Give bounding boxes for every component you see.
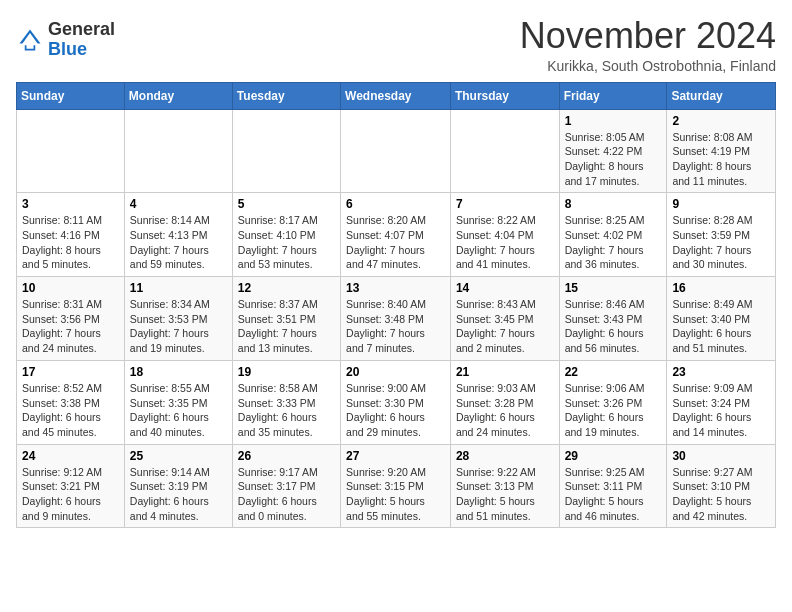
- day-info: Sunrise: 8:34 AMSunset: 3:53 PMDaylight:…: [130, 297, 227, 356]
- day-info: Sunrise: 8:58 AMSunset: 3:33 PMDaylight:…: [238, 381, 335, 440]
- day-info: Sunrise: 9:17 AMSunset: 3:17 PMDaylight:…: [238, 465, 335, 524]
- day-info: Sunrise: 8:17 AMSunset: 4:10 PMDaylight:…: [238, 213, 335, 272]
- day-number: 23: [672, 365, 770, 379]
- calendar-cell: [232, 109, 340, 193]
- day-number: 6: [346, 197, 445, 211]
- day-number: 11: [130, 281, 227, 295]
- day-number: 27: [346, 449, 445, 463]
- month-year-title: November 2024: [520, 16, 776, 56]
- calendar-cell: 6Sunrise: 8:20 AMSunset: 4:07 PMDaylight…: [341, 193, 451, 277]
- day-number: 5: [238, 197, 335, 211]
- calendar-cell: 16Sunrise: 8:49 AMSunset: 3:40 PMDayligh…: [667, 277, 776, 361]
- day-info: Sunrise: 8:52 AMSunset: 3:38 PMDaylight:…: [22, 381, 119, 440]
- day-number: 29: [565, 449, 662, 463]
- day-number: 4: [130, 197, 227, 211]
- calendar-cell: 21Sunrise: 9:03 AMSunset: 3:28 PMDayligh…: [450, 360, 559, 444]
- day-number: 7: [456, 197, 554, 211]
- day-info: Sunrise: 9:03 AMSunset: 3:28 PMDaylight:…: [456, 381, 554, 440]
- header-saturday: Saturday: [667, 82, 776, 109]
- calendar-cell: 30Sunrise: 9:27 AMSunset: 3:10 PMDayligh…: [667, 444, 776, 528]
- calendar-cell: 7Sunrise: 8:22 AMSunset: 4:04 PMDaylight…: [450, 193, 559, 277]
- day-number: 20: [346, 365, 445, 379]
- calendar-cell: 13Sunrise: 8:40 AMSunset: 3:48 PMDayligh…: [341, 277, 451, 361]
- day-number: 16: [672, 281, 770, 295]
- calendar-cell: 29Sunrise: 9:25 AMSunset: 3:11 PMDayligh…: [559, 444, 667, 528]
- calendar-cell: 3Sunrise: 8:11 AMSunset: 4:16 PMDaylight…: [17, 193, 125, 277]
- days-of-week-row: SundayMondayTuesdayWednesdayThursdayFrid…: [17, 82, 776, 109]
- calendar-cell: 12Sunrise: 8:37 AMSunset: 3:51 PMDayligh…: [232, 277, 340, 361]
- day-number: 30: [672, 449, 770, 463]
- day-info: Sunrise: 8:31 AMSunset: 3:56 PMDaylight:…: [22, 297, 119, 356]
- day-number: 13: [346, 281, 445, 295]
- title-area: November 2024 Kurikka, South Ostrobothni…: [520, 16, 776, 74]
- calendar-cell: [341, 109, 451, 193]
- day-info: Sunrise: 8:55 AMSunset: 3:35 PMDaylight:…: [130, 381, 227, 440]
- header-wednesday: Wednesday: [341, 82, 451, 109]
- day-info: Sunrise: 9:27 AMSunset: 3:10 PMDaylight:…: [672, 465, 770, 524]
- day-info: Sunrise: 9:00 AMSunset: 3:30 PMDaylight:…: [346, 381, 445, 440]
- logo: General Blue: [16, 20, 115, 60]
- calendar-cell: 14Sunrise: 8:43 AMSunset: 3:45 PMDayligh…: [450, 277, 559, 361]
- day-info: Sunrise: 8:25 AMSunset: 4:02 PMDaylight:…: [565, 213, 662, 272]
- day-number: 26: [238, 449, 335, 463]
- day-info: Sunrise: 8:05 AMSunset: 4:22 PMDaylight:…: [565, 130, 662, 189]
- week-row-4: 17Sunrise: 8:52 AMSunset: 3:38 PMDayligh…: [17, 360, 776, 444]
- day-number: 3: [22, 197, 119, 211]
- calendar-cell: 8Sunrise: 8:25 AMSunset: 4:02 PMDaylight…: [559, 193, 667, 277]
- calendar-cell: 15Sunrise: 8:46 AMSunset: 3:43 PMDayligh…: [559, 277, 667, 361]
- header-friday: Friday: [559, 82, 667, 109]
- day-info: Sunrise: 9:12 AMSunset: 3:21 PMDaylight:…: [22, 465, 119, 524]
- day-info: Sunrise: 8:20 AMSunset: 4:07 PMDaylight:…: [346, 213, 445, 272]
- day-number: 14: [456, 281, 554, 295]
- calendar-cell: 2Sunrise: 8:08 AMSunset: 4:19 PMDaylight…: [667, 109, 776, 193]
- calendar-cell: 17Sunrise: 8:52 AMSunset: 3:38 PMDayligh…: [17, 360, 125, 444]
- day-info: Sunrise: 9:20 AMSunset: 3:15 PMDaylight:…: [346, 465, 445, 524]
- day-number: 8: [565, 197, 662, 211]
- calendar-cell: 28Sunrise: 9:22 AMSunset: 3:13 PMDayligh…: [450, 444, 559, 528]
- day-number: 21: [456, 365, 554, 379]
- header-tuesday: Tuesday: [232, 82, 340, 109]
- calendar-cell: 26Sunrise: 9:17 AMSunset: 3:17 PMDayligh…: [232, 444, 340, 528]
- header: General Blue November 2024 Kurikka, Sout…: [16, 16, 776, 74]
- location-subtitle: Kurikka, South Ostrobothnia, Finland: [520, 58, 776, 74]
- day-number: 22: [565, 365, 662, 379]
- day-number: 9: [672, 197, 770, 211]
- calendar-cell: 10Sunrise: 8:31 AMSunset: 3:56 PMDayligh…: [17, 277, 125, 361]
- calendar-cell: 25Sunrise: 9:14 AMSunset: 3:19 PMDayligh…: [124, 444, 232, 528]
- week-row-1: 1Sunrise: 8:05 AMSunset: 4:22 PMDaylight…: [17, 109, 776, 193]
- calendar-cell: 19Sunrise: 8:58 AMSunset: 3:33 PMDayligh…: [232, 360, 340, 444]
- calendar-cell: [124, 109, 232, 193]
- calendar-cell: 20Sunrise: 9:00 AMSunset: 3:30 PMDayligh…: [341, 360, 451, 444]
- calendar-cell: 11Sunrise: 8:34 AMSunset: 3:53 PMDayligh…: [124, 277, 232, 361]
- day-number: 2: [672, 114, 770, 128]
- day-number: 12: [238, 281, 335, 295]
- day-number: 17: [22, 365, 119, 379]
- day-info: Sunrise: 9:06 AMSunset: 3:26 PMDaylight:…: [565, 381, 662, 440]
- header-thursday: Thursday: [450, 82, 559, 109]
- calendar-cell: 1Sunrise: 8:05 AMSunset: 4:22 PMDaylight…: [559, 109, 667, 193]
- header-sunday: Sunday: [17, 82, 125, 109]
- day-info: Sunrise: 8:22 AMSunset: 4:04 PMDaylight:…: [456, 213, 554, 272]
- day-number: 25: [130, 449, 227, 463]
- calendar-cell: 22Sunrise: 9:06 AMSunset: 3:26 PMDayligh…: [559, 360, 667, 444]
- day-number: 19: [238, 365, 335, 379]
- calendar-cell: 18Sunrise: 8:55 AMSunset: 3:35 PMDayligh…: [124, 360, 232, 444]
- header-monday: Monday: [124, 82, 232, 109]
- week-row-2: 3Sunrise: 8:11 AMSunset: 4:16 PMDaylight…: [17, 193, 776, 277]
- calendar-cell: [450, 109, 559, 193]
- day-number: 28: [456, 449, 554, 463]
- day-info: Sunrise: 8:40 AMSunset: 3:48 PMDaylight:…: [346, 297, 445, 356]
- day-info: Sunrise: 8:46 AMSunset: 3:43 PMDaylight:…: [565, 297, 662, 356]
- day-number: 18: [130, 365, 227, 379]
- day-info: Sunrise: 8:43 AMSunset: 3:45 PMDaylight:…: [456, 297, 554, 356]
- calendar-cell: 24Sunrise: 9:12 AMSunset: 3:21 PMDayligh…: [17, 444, 125, 528]
- day-info: Sunrise: 9:09 AMSunset: 3:24 PMDaylight:…: [672, 381, 770, 440]
- day-info: Sunrise: 8:28 AMSunset: 3:59 PMDaylight:…: [672, 213, 770, 272]
- day-number: 24: [22, 449, 119, 463]
- day-info: Sunrise: 8:37 AMSunset: 3:51 PMDaylight:…: [238, 297, 335, 356]
- calendar-cell: 5Sunrise: 8:17 AMSunset: 4:10 PMDaylight…: [232, 193, 340, 277]
- day-info: Sunrise: 8:08 AMSunset: 4:19 PMDaylight:…: [672, 130, 770, 189]
- week-row-3: 10Sunrise: 8:31 AMSunset: 3:56 PMDayligh…: [17, 277, 776, 361]
- day-info: Sunrise: 9:22 AMSunset: 3:13 PMDaylight:…: [456, 465, 554, 524]
- day-number: 10: [22, 281, 119, 295]
